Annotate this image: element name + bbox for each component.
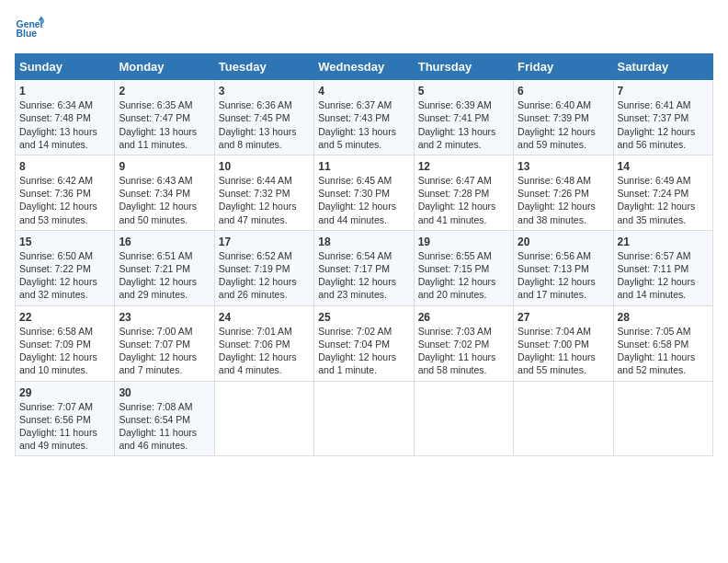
day-info-line: and 44 minutes. — [318, 213, 409, 226]
day-info-line: Sunrise: 7:02 AM — [318, 325, 409, 338]
day-info-line: and 2 minutes. — [418, 138, 509, 151]
calendar-cell: 19Sunrise: 6:55 AMSunset: 7:15 PMDayligh… — [414, 230, 513, 305]
day-info-line: and 32 minutes. — [19, 288, 110, 301]
calendar-cell: 1Sunrise: 6:34 AMSunset: 7:48 PMDaylight… — [16, 80, 115, 155]
calendar-cell: 25Sunrise: 7:02 AMSunset: 7:04 PMDayligh… — [314, 305, 414, 381]
day-info-line: Sunset: 7:22 PM — [19, 262, 110, 275]
day-number: 16 — [119, 235, 210, 249]
calendar-cell: 3Sunrise: 6:36 AMSunset: 7:45 PMDaylight… — [214, 80, 313, 155]
day-info-line: Daylight: 12 hours — [19, 275, 110, 288]
day-info-line: and 5 minutes. — [318, 138, 409, 151]
day-info-line: Sunrise: 6:42 AM — [19, 174, 110, 187]
calendar-cell: 29Sunrise: 7:07 AMSunset: 6:56 PMDayligh… — [16, 381, 115, 456]
day-info-line: Daylight: 12 hours — [318, 350, 409, 363]
day-number: 26 — [418, 310, 509, 325]
day-info-line: and 10 minutes. — [19, 363, 110, 376]
header-tuesday: Tuesday — [214, 54, 313, 80]
header-sunday: Sunday — [16, 54, 115, 80]
day-info-line: Sunrise: 6:57 AM — [618, 249, 709, 262]
day-info-line: Daylight: 13 hours — [418, 125, 509, 138]
day-info-line: and 26 minutes. — [219, 288, 310, 301]
day-info-line: and 59 minutes. — [518, 138, 609, 151]
day-info-line: Sunset: 7:26 PM — [518, 187, 609, 200]
header-friday: Friday — [514, 54, 613, 80]
day-info-line: and 53 minutes. — [19, 213, 110, 226]
day-info-line: Sunset: 7:15 PM — [418, 262, 509, 275]
day-info-line: Sunset: 7:11 PM — [618, 262, 709, 275]
day-info-line: and 35 minutes. — [618, 213, 709, 226]
calendar-cell: 24Sunrise: 7:01 AMSunset: 7:06 PMDayligh… — [214, 305, 313, 381]
day-info-line: and 49 minutes. — [19, 439, 110, 452]
day-info-line: Sunset: 7:02 PM — [418, 338, 509, 350]
day-info-line: Sunset: 7:07 PM — [119, 338, 210, 350]
day-info-line: Sunset: 7:39 PM — [518, 111, 609, 124]
week-row-1: 1Sunrise: 6:34 AMSunset: 7:48 PMDaylight… — [16, 80, 713, 155]
day-info-line: Daylight: 12 hours — [318, 275, 409, 288]
day-info-line: Sunrise: 6:36 AM — [219, 98, 310, 111]
calendar-cell: 6Sunrise: 6:40 AMSunset: 7:39 PMDaylight… — [514, 80, 613, 155]
day-number: 10 — [219, 159, 310, 174]
day-info-line: Sunrise: 7:07 AM — [19, 400, 110, 413]
day-number: 13 — [518, 159, 609, 174]
day-number: 25 — [318, 310, 409, 325]
day-info-line: and 23 minutes. — [318, 288, 409, 301]
day-info-line: Sunset: 7:47 PM — [119, 111, 210, 124]
day-info-line: Daylight: 12 hours — [618, 125, 709, 138]
calendar-cell: 4Sunrise: 6:37 AMSunset: 7:43 PMDaylight… — [314, 80, 414, 155]
calendar-cell: 30Sunrise: 7:08 AMSunset: 6:54 PMDayligh… — [115, 381, 214, 456]
day-info-line: and 38 minutes. — [518, 213, 609, 226]
svg-text:Blue: Blue — [17, 29, 38, 39]
day-number: 23 — [119, 310, 210, 325]
day-info-line: Daylight: 12 hours — [219, 200, 310, 213]
calendar-cell: 17Sunrise: 6:52 AMSunset: 7:19 PMDayligh… — [214, 230, 313, 305]
day-number: 12 — [418, 159, 509, 174]
day-info-line: and 29 minutes. — [119, 288, 210, 301]
day-info-line: Sunrise: 6:37 AM — [318, 98, 409, 111]
day-info-line: Daylight: 12 hours — [119, 275, 210, 288]
day-info-line: Sunset: 7:17 PM — [318, 262, 409, 275]
day-info-line: Sunrise: 6:56 AM — [518, 249, 609, 262]
page-header: General Blue — [15, 15, 713, 44]
day-info-line: Sunrise: 6:43 AM — [119, 174, 210, 187]
day-number: 2 — [119, 84, 210, 98]
day-info-line: Sunrise: 6:47 AM — [418, 174, 509, 187]
day-info-line: Sunset: 7:34 PM — [119, 187, 210, 200]
day-info-line: and 46 minutes. — [119, 439, 210, 452]
day-info-line: Sunset: 7:09 PM — [19, 338, 110, 350]
day-info-line: Sunset: 7:24 PM — [618, 187, 709, 200]
day-info-line: Sunset: 7:45 PM — [219, 111, 310, 124]
day-info-line: Sunset: 6:54 PM — [119, 413, 210, 426]
day-info-line: Sunrise: 6:34 AM — [19, 98, 110, 111]
day-info-line: Sunset: 7:37 PM — [618, 111, 709, 124]
day-info-line: Daylight: 12 hours — [518, 200, 609, 213]
day-info-line: Sunrise: 6:58 AM — [19, 325, 110, 338]
day-info-line: Daylight: 12 hours — [219, 275, 310, 288]
calendar-cell — [514, 381, 613, 456]
day-info-line: Sunrise: 6:48 AM — [518, 174, 609, 187]
calendar-cell: 13Sunrise: 6:48 AMSunset: 7:26 PMDayligh… — [514, 155, 613, 230]
header-wednesday: Wednesday — [314, 54, 414, 80]
day-number: 3 — [219, 84, 310, 98]
day-number: 9 — [119, 159, 210, 174]
day-info-line: and 50 minutes. — [119, 213, 210, 226]
day-info-line: and 56 minutes. — [618, 138, 709, 151]
day-number: 29 — [19, 385, 110, 400]
day-info-line: Daylight: 13 hours — [219, 125, 310, 138]
day-info-line: Sunset: 7:00 PM — [518, 338, 609, 350]
day-number: 22 — [19, 310, 110, 325]
day-info-line: Daylight: 12 hours — [119, 200, 210, 213]
calendar-cell: 26Sunrise: 7:03 AMSunset: 7:02 PMDayligh… — [414, 305, 513, 381]
calendar-cell: 27Sunrise: 7:04 AMSunset: 7:00 PMDayligh… — [514, 305, 613, 381]
day-number: 24 — [219, 310, 310, 325]
day-info-line: Daylight: 11 hours — [618, 350, 709, 363]
day-info-line: Daylight: 11 hours — [518, 350, 609, 363]
day-info-line: Daylight: 12 hours — [518, 125, 609, 138]
day-info-line: Daylight: 12 hours — [318, 200, 409, 213]
day-info-line: and 11 minutes. — [119, 138, 210, 151]
day-info-line: Sunrise: 7:00 AM — [119, 325, 210, 338]
day-info-line: Sunset: 7:19 PM — [219, 262, 310, 275]
calendar-cell — [214, 381, 313, 456]
day-info-line: Sunrise: 7:04 AM — [518, 325, 609, 338]
day-info-line: and 58 minutes. — [418, 363, 509, 376]
day-info-line: Sunrise: 6:35 AM — [119, 98, 210, 111]
